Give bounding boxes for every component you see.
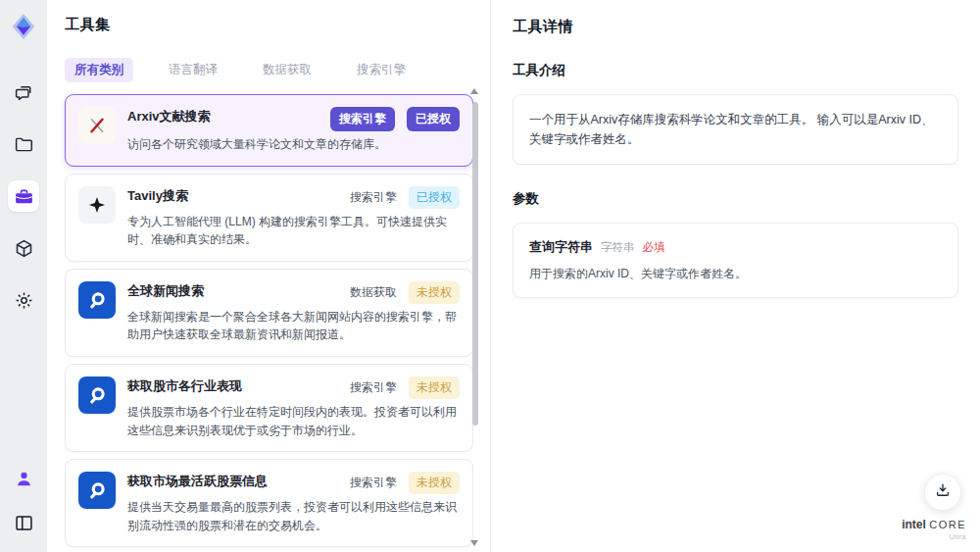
user-icon (14, 469, 34, 489)
sidebar-item-chat[interactable] (8, 76, 39, 108)
auth-badge: 已授权 (409, 186, 460, 209)
tool-title: 获取市场最活跃股票信息 (127, 472, 268, 490)
category-tag: 搜索引擎 (350, 475, 397, 491)
sidebar-item-tools[interactable] (8, 180, 39, 212)
download-button[interactable] (924, 474, 961, 511)
param-card: 查询字符串 字符串 必填 用于搜索的Arxiv ID、关键字或作者姓名。 (513, 223, 958, 298)
tab-0[interactable]: 所有类别 (65, 58, 133, 82)
auth-badge: 未授权 (409, 376, 460, 399)
tool-description: 提供股票市场各个行业在特定时间段内的表现。投资者可以利用这些信息来识别表现优于或… (127, 403, 460, 439)
param-required-badge: 必填 (643, 240, 665, 255)
category-tag: 搜索引擎 (350, 189, 397, 206)
brand-core: CORE (929, 519, 966, 530)
page-title: 工具集 (65, 16, 490, 34)
tab-3[interactable]: 搜索引擎 (347, 58, 416, 82)
brand-sub: Ultra (902, 533, 966, 540)
param-name: 查询字符串 (529, 238, 593, 256)
sidebar-item-account[interactable] (8, 463, 39, 494)
intel-core-logo: intel CORE Ultra (902, 519, 966, 540)
brand-intel: intel (902, 518, 926, 531)
star-icon (78, 186, 116, 224)
detail-panel: 工具详情 工具介绍 一个用于从Arxiv存储库搜索科学论文和文章的工具。 输入可… (490, 0, 980, 552)
scroll-down-icon[interactable] (470, 540, 478, 546)
param-description: 用于搜索的Arxiv ID、关键字或作者姓名。 (529, 265, 942, 282)
panel-icon (14, 513, 34, 533)
params-list: 查询字符串 字符串 必填 用于搜索的Arxiv ID、关键字或作者姓名。 (513, 223, 958, 298)
app-window: 工具集 所有类别语言翻译数据获取搜索引擎 Arxiv文献搜索 搜索引擎 已授权 … (0, 0, 980, 552)
sidebar-item-panel-toggle[interactable] (8, 507, 39, 538)
sidebar-bottom (8, 463, 39, 538)
params-heading: 参数 (513, 190, 958, 208)
tool-description: 全球新闻搜索是一个聚合全球各大新闻网站内容的搜索引擎，帮助用户快速获取全球最新资… (127, 308, 460, 344)
tab-2[interactable]: 数据获取 (253, 58, 321, 82)
tool-card[interactable]: 全球新闻搜索 数据获取 未授权 全球新闻搜索是一个聚合全球各大新闻网站内容的搜索… (65, 269, 473, 357)
intro-heading: 工具介绍 (513, 62, 958, 79)
folder-icon (14, 134, 34, 155)
briefcase-icon (14, 186, 34, 207)
tool-description: 提供当天交易量最高的股票列表，投资者可以利用这些信息来识别流动性强的股票和潜在的… (127, 498, 460, 534)
scroll-up-icon[interactable] (470, 88, 478, 94)
tool-description: 专为人工智能代理 (LLM) 构建的搜索引擎工具。可快速提供实时、准确和真实的结… (127, 213, 460, 249)
sidebar-item-settings[interactable] (8, 284, 39, 316)
search-blue-icon (78, 376, 116, 414)
auth-badge: 未授权 (409, 281, 460, 304)
search-blue-icon (78, 281, 116, 319)
detail-title: 工具详情 (513, 18, 958, 36)
download-icon (934, 481, 952, 503)
tool-title: Arxiv文献搜索 (127, 107, 211, 125)
cube-icon (14, 238, 34, 259)
intro-text: 一个用于从Arxiv存储库搜索科学论文和文章的工具。 输入可以是Arxiv ID… (529, 110, 942, 149)
list-scrollbar[interactable] (470, 88, 479, 546)
tool-description: 访问各个研究领域大量科学论文和文章的存储库。 (127, 135, 460, 154)
tab-1[interactable]: 语言翻译 (159, 58, 227, 82)
category-tag: 搜索引擎 (330, 107, 395, 131)
sidebar (0, 0, 47, 552)
category-tabs: 所有类别语言翻译数据获取搜索引擎 (65, 58, 490, 82)
tool-title: Tavily搜索 (127, 186, 188, 205)
tool-card[interactable]: Tavily搜索 搜索引擎 已授权 专为人工智能代理 (LLM) 构建的搜索引擎… (65, 174, 473, 262)
chat-icon (14, 82, 34, 103)
tool-list: Arxiv文献搜索 搜索引擎 已授权 访问各个研究领域大量科学论文和文章的存储库… (65, 94, 473, 552)
arxiv-icon (78, 107, 116, 144)
param-type: 字符串 (601, 240, 635, 255)
tools-panel: 工具集 所有类别语言翻译数据获取搜索引擎 Arxiv文献搜索 搜索引擎 已授权 … (47, 0, 490, 552)
auth-badge: 已授权 (407, 107, 460, 131)
scroll-thumb[interactable] (472, 102, 478, 426)
intro-card: 一个用于从Arxiv存储库搜索科学论文和文章的工具。 输入可以是Arxiv ID… (513, 94, 958, 165)
gear-icon (14, 290, 34, 311)
main-content: 工具集 所有类别语言翻译数据获取搜索引擎 Arxiv文献搜索 搜索引擎 已授权 … (47, 0, 980, 552)
auth-badge: 未授权 (409, 472, 460, 494)
newspaper-none-icon (78, 472, 116, 509)
tool-card[interactable]: Arxiv文献搜索 搜索引擎 已授权 访问各个研究领域大量科学论文和文章的存储库… (65, 94, 473, 167)
tool-card[interactable]: 获取股市各行业表现 搜索引擎 未授权 提供股票市场各个行业在特定时间段内的表现。… (65, 364, 473, 452)
category-tag: 搜索引擎 (350, 379, 397, 396)
sidebar-nav (8, 76, 39, 316)
app-logo-icon (7, 10, 40, 43)
sidebar-item-files[interactable] (8, 128, 39, 160)
tool-card[interactable]: 获取市场最活跃股票信息 搜索引擎 未授权 提供当天交易量最高的股票列表，投资者可… (65, 459, 473, 547)
category-tag: 数据获取 (350, 284, 397, 301)
tool-title: 全球新闻搜索 (127, 281, 204, 300)
tool-title: 获取股市各行业表现 (127, 376, 242, 395)
sidebar-item-models[interactable] (8, 232, 39, 264)
